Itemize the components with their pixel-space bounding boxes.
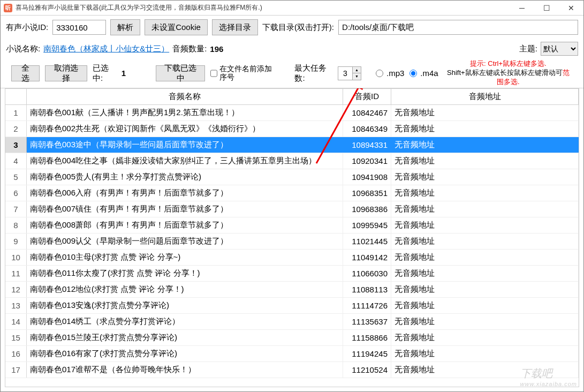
col-audio-id[interactable]: 音频ID [343,89,391,104]
prepend-seq-checkbox[interactable]: 在文件名前添加序号 [210,65,279,81]
table-row[interactable]: 2南朝春色002共生死（欢迎订阅新作《凤凰无双》《浅婚衍行》）10846349无… [5,121,579,137]
row-audio-id: 11066030 [343,266,391,281]
table-row[interactable]: 15南朝春色015兰陵王(求打赏点赞分享评论)11158866无音频地址 [5,330,579,346]
mp3-label: .mp3 [386,69,404,78]
row-index: 11 [5,266,27,281]
table-row[interactable]: 10南朝春色010主母(求打赏 点赞 评论 分享~)11049142无音频地址 [5,250,579,266]
row-index: 2 [5,121,27,137]
prepend-seq-label: 在文件名前添加序号 [219,65,279,81]
theme-select[interactable]: 默认 [541,42,578,56]
row-audio-name: 南朝春色005贵人(有男主！求分享打赏点赞评论) [27,169,343,185]
row-audio-id: 10968351 [343,185,391,201]
table-row[interactable]: 16南朝春色016有家了(求打赏点赞分享评论)11194245无音频地址 [5,346,579,362]
parse-button[interactable]: 解析 [110,19,140,35]
row-audio-name: 南朝春色004吃住之事（嫣非娅没读错大家别纠正了，三人播讲第五章男主出场） [27,153,343,169]
row-audio-url: 无音频地址 [391,282,579,297]
row-audio-name: 南朝春色007镇住（有男声！有男声！后面章节就多了） [27,201,343,217]
table-row[interactable]: 3南朝春色003途中（早期录制一些问题后面章节改进了）10894331无音频地址 [5,137,579,153]
row-audio-url: 无音频地址 [391,314,579,329]
row-audio-id: 10894331 [343,137,391,153]
row-audio-id: 11088113 [343,282,391,297]
row-audio-id: 10842467 [343,105,391,120]
row-audio-id: 11158866 [343,330,391,345]
novel-title-link[interactable]: 南朝春色（林家成丨小仙女&廿三） [43,44,169,54]
audio-count-value: 196 [210,44,223,54]
row-index: 9 [5,233,27,249]
row-audio-name: 南朝春色009认父（早期录制一些问题后面章节改进了） [27,233,343,249]
row-audio-url: 无音频地址 [391,298,579,313]
table-row[interactable]: 6南朝春色006入府（有男声！有男声！后面章节就多了）10968351无音频地址 [5,185,579,201]
deselect-button[interactable]: 取消选择 [45,65,87,81]
row-audio-url: 无音频地址 [391,137,579,153]
row-audio-name: 南朝春色014绣工（求点赞分享打赏评论） [27,314,343,329]
action-toolbar: 全选 取消选择 已选中: 1 下载已选中 在文件名前添加序号 最大任务数: ▲ … [1,58,583,88]
row-audio-name: 南朝春色002共生死（欢迎订阅新作《凤凰无双》《浅婚衍行》） [27,121,343,137]
table-header: 音频名称 音频ID 音频地址 [5,89,579,105]
window-title: 喜马拉雅有声小说批量下载器(此工具仅为学习交流使用，音频版权归喜马拉雅FM所有.… [16,3,510,12]
m4a-label: .m4a [420,69,438,78]
row-audio-name: 南朝春色011你太瘦了(求打赏 点赞 评论 分享！) [27,266,343,281]
row-index: 10 [5,250,27,265]
row-audio-url: 无音频地址 [391,233,579,249]
download-selected-button[interactable]: 下载已选中 [156,65,206,81]
maximize-button[interactable]: ☐ [534,1,559,15]
table-row[interactable]: 7南朝春色007镇住（有男声！有男声！后面章节就多了）10968386无音频地址 [5,201,579,217]
row-audio-id: 11135637 [343,314,391,329]
minimize-button[interactable]: ─ [510,1,534,15]
download-dir-input[interactable] [338,20,578,35]
format-mp3-radio[interactable]: .mp3 [376,69,404,78]
selected-label: 已选中: [93,63,116,84]
select-all-button[interactable]: 全选 [11,65,40,81]
row-index: 7 [5,201,27,217]
novel-id-input[interactable] [52,20,106,35]
max-tasks-spinner[interactable]: ▲ ▼ [338,66,361,80]
spinner-up-icon[interactable]: ▲ [352,67,361,74]
row-audio-id: 10968386 [343,201,391,217]
mp3-radio-input[interactable] [376,70,383,77]
row-index: 6 [5,185,27,201]
table-row[interactable]: 13南朝春色013安逸(求打赏点赞分享评论)11114726无音频地址 [5,298,579,314]
table-row[interactable]: 5南朝春色005贵人(有男主！求分享打赏点赞评论)10941908无音频地址 [5,169,579,185]
table-body[interactable]: 1南朝春色001献（三人播讲！男声配男1男2.第五章出现！）10842467无音… [5,105,579,387]
table-row[interactable]: 17南朝春色017谁帮不是（各位帅哥晚年快乐！）11210524无音频地址 [5,362,579,378]
row-audio-name: 南朝春色006入府（有男声！有男声！后面章节就多了） [27,185,343,201]
spinner-down-icon[interactable]: ▼ [352,73,361,80]
table-row[interactable]: 11南朝春色011你太瘦了(求打赏 点赞 评论 分享！)11066030无音频地… [5,266,579,282]
select-directory-button[interactable]: 选择目录 [212,19,258,35]
row-audio-url: 无音频地址 [391,250,579,265]
row-audio-url: 无音频地址 [391,330,579,345]
row-audio-url: 无音频地址 [391,105,579,120]
download-dir-label: 下载目录(双击打开): [262,22,334,33]
row-index: 4 [5,153,27,169]
table-row[interactable]: 14南朝春色014绣工（求点赞分享打赏评论）11135637无音频地址 [5,314,579,330]
novel-id-label: 有声小说ID: [6,22,48,33]
row-audio-id: 11114726 [343,298,391,313]
row-audio-name: 南朝春色010主母(求打赏 点赞 评论 分享~) [27,250,343,265]
m4a-radio-input[interactable] [409,70,417,77]
row-audio-url: 无音频地址 [391,121,579,137]
col-audio-url[interactable]: 音频地址 [391,89,579,104]
row-audio-id: 11021445 [343,233,391,249]
col-audio-name[interactable]: 音频名称 [27,89,343,104]
close-button[interactable]: ✕ [559,1,583,15]
row-audio-url: 无音频地址 [391,362,579,378]
col-index[interactable] [5,89,27,104]
table-row[interactable]: 4南朝春色004吃住之事（嫣非娅没读错大家别纠正了，三人播讲第五章男主出场）10… [5,153,579,169]
max-tasks-input[interactable] [338,67,352,80]
hint-text: 提示: Ctrl+鼠标左键多选. Shift+鼠标左键或长按鼠标左键滑动可范围多… [444,59,573,87]
row-audio-name: 南朝春色016有家了(求打赏点赞分享评论) [27,346,343,361]
row-index: 15 [5,330,27,345]
table-row[interactable]: 9南朝春色009认父（早期录制一些问题后面章节改进了）11021445无音频地址 [5,233,579,250]
titlebar: 听 喜马拉雅有声小说批量下载器(此工具仅为学习交流使用，音频版权归喜马拉雅FM所… [1,1,583,16]
cookie-button[interactable]: 未设置Cookie [145,19,208,35]
table-row[interactable]: 12南朝春色012地位(求打赏 点赞 评论 分享！)11088113无音频地址 [5,282,579,298]
row-audio-url: 无音频地址 [391,266,579,281]
table-row[interactable]: 8南朝春色008萧郎（有男声！有男声！后面章节就多了）10995945无音频地址 [5,217,579,233]
table-row[interactable]: 1南朝春色001献（三人播讲！男声配男1男2.第五章出现！）10842467无音… [5,105,579,121]
row-index: 8 [5,217,27,233]
prepend-seq-input[interactable] [210,70,217,77]
row-audio-url: 无音频地址 [391,169,579,185]
row-audio-url: 无音频地址 [391,153,579,169]
format-m4a-radio[interactable]: .m4a [409,69,438,78]
audio-table-wrap: 音频名称 音频ID 音频地址 1南朝春色001献（三人播讲！男声配男1男2.第五… [1,88,583,391]
